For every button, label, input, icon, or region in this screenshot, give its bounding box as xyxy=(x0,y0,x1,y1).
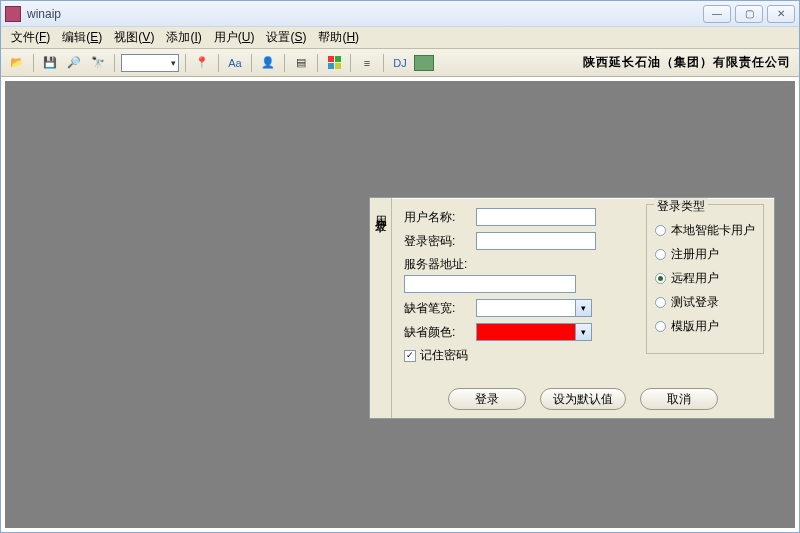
color-label: 缺省颜色: xyxy=(404,324,476,341)
cancel-button[interactable]: 取消 xyxy=(640,388,718,410)
color-dropdown-icon[interactable]: ▾ xyxy=(576,323,592,341)
separator xyxy=(251,54,252,72)
app-icon xyxy=(5,6,21,22)
password-input[interactable] xyxy=(476,232,596,250)
separator xyxy=(185,54,186,72)
separator xyxy=(114,54,115,72)
menu-item-e[interactable]: 编辑(E) xyxy=(56,27,108,48)
remember-label: 记住密码 xyxy=(420,347,468,364)
menu-item-h[interactable]: 帮助(H) xyxy=(312,27,365,48)
radio-button[interactable] xyxy=(655,321,666,332)
server-label: 服务器地址: xyxy=(404,256,476,273)
close-button[interactable]: ✕ xyxy=(767,5,795,23)
login-dialog: 用户登录 用户名称: 登录密码: 服务器地址: 缺省笔宽: ▾ xyxy=(369,197,775,419)
penwidth-label: 缺省笔宽: xyxy=(404,300,476,317)
username-label: 用户名称: xyxy=(404,209,476,226)
window-title: winaip xyxy=(27,7,703,21)
radio-button[interactable] xyxy=(655,249,666,260)
separator xyxy=(33,54,34,72)
dj-icon[interactable]: DJ xyxy=(390,53,410,73)
minimize-button[interactable]: — xyxy=(703,5,731,23)
login-button[interactable]: 登录 xyxy=(448,388,526,410)
server-input[interactable] xyxy=(404,275,576,293)
menu-item-u[interactable]: 用户(U) xyxy=(208,27,261,48)
toolbar: 📂 💾 🔎 🔭 📍 Aa 👤 ▤ ≡ DJ 陕西延长石油（集团）有限责任公司 xyxy=(1,49,799,77)
radio-button[interactable] xyxy=(655,273,666,284)
open-icon[interactable]: 📂 xyxy=(7,53,27,73)
list-icon[interactable]: ≡ xyxy=(357,53,377,73)
user-icon[interactable]: 👤 xyxy=(258,53,278,73)
radio-row[interactable]: 本地智能卡用户 xyxy=(655,222,755,239)
radio-row[interactable]: 测试登录 xyxy=(655,294,755,311)
remember-checkbox[interactable]: ✓ xyxy=(404,350,416,362)
dialog-tab-label: 用户登录 xyxy=(372,206,389,214)
menu-item-s[interactable]: 设置(S) xyxy=(260,27,312,48)
menu-item-i[interactable]: 添加(I) xyxy=(160,27,207,48)
color-grid-icon[interactable] xyxy=(324,53,344,73)
save-icon[interactable]: 💾 xyxy=(40,53,60,73)
title-bar: winaip — ▢ ✕ xyxy=(1,1,799,27)
username-input[interactable] xyxy=(476,208,596,226)
radio-row[interactable]: 远程用户 xyxy=(655,270,755,287)
stamp-icon[interactable] xyxy=(414,55,434,71)
font-icon[interactable]: Aa xyxy=(225,53,245,73)
separator xyxy=(350,54,351,72)
menu-bar: 文件(F)编辑(E)视图(V)添加(I)用户(U)设置(S)帮助(H) xyxy=(1,27,799,49)
toolbar-select[interactable] xyxy=(121,54,179,72)
login-type-group: 登录类型 本地智能卡用户注册用户远程用户测试登录模版用户 xyxy=(646,204,764,354)
radio-label: 测试登录 xyxy=(671,294,719,311)
penwidth-input[interactable] xyxy=(476,299,576,317)
penwidth-dropdown-icon[interactable]: ▾ xyxy=(576,299,592,317)
radio-row[interactable]: 模版用户 xyxy=(655,318,755,335)
radio-label: 模版用户 xyxy=(671,318,719,335)
menu-item-f[interactable]: 文件(F) xyxy=(5,27,56,48)
maximize-button[interactable]: ▢ xyxy=(735,5,763,23)
radio-label: 本地智能卡用户 xyxy=(671,222,755,239)
radio-label: 注册用户 xyxy=(671,246,719,263)
separator xyxy=(218,54,219,72)
set-default-button[interactable]: 设为默认值 xyxy=(540,388,626,410)
radio-button[interactable] xyxy=(655,225,666,236)
radio-row[interactable]: 注册用户 xyxy=(655,246,755,263)
group-legend: 登录类型 xyxy=(654,198,708,215)
radio-label: 远程用户 xyxy=(671,270,719,287)
separator xyxy=(284,54,285,72)
binoculars-icon[interactable]: 🔭 xyxy=(88,53,108,73)
menu-item-v[interactable]: 视图(V) xyxy=(108,27,160,48)
separator xyxy=(317,54,318,72)
search-icon[interactable]: 🔎 xyxy=(64,53,84,73)
layers-icon[interactable]: ▤ xyxy=(291,53,311,73)
dialog-tab: 用户登录 xyxy=(370,198,392,418)
pin-icon[interactable]: 📍 xyxy=(192,53,212,73)
radio-button[interactable] xyxy=(655,297,666,308)
color-swatch[interactable] xyxy=(476,323,576,341)
company-label: 陕西延长石油（集团）有限责任公司 xyxy=(583,54,791,71)
separator xyxy=(383,54,384,72)
password-label: 登录密码: xyxy=(404,233,476,250)
